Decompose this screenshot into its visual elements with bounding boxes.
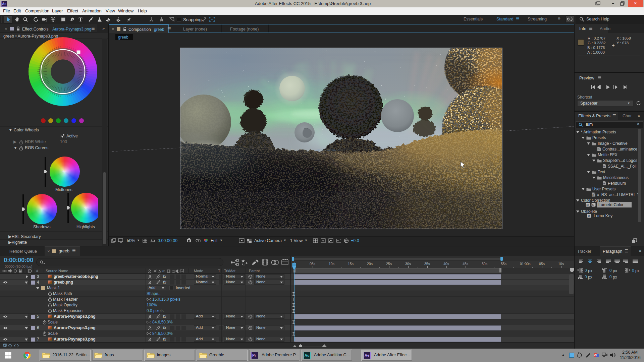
svg-text:fx: fx <box>162 269 165 273</box>
svg-text:fx: fx <box>592 204 594 206</box>
svg-text:16: 16 <box>588 215 590 217</box>
svg-text:AURORA AUSTRALIS: AURORA AUSTRALIS <box>315 149 340 152</box>
svg-text:fx: fx <box>603 165 605 168</box>
svg-text:fx: fx <box>592 194 594 196</box>
svg-text:fx: fx <box>603 182 605 185</box>
svg-text:32: 32 <box>586 204 589 206</box>
svg-text:W: W <box>594 354 597 357</box>
svg-text:fx: fx <box>598 148 600 150</box>
